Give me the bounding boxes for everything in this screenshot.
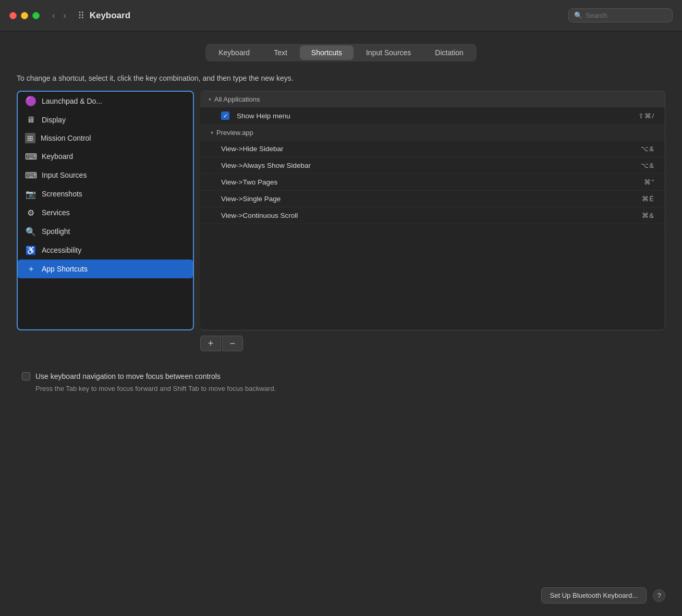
sidebar-item-display[interactable]: 🖥 Display xyxy=(18,110,193,129)
accessibility-icon: ♿ xyxy=(25,244,36,256)
close-button[interactable] xyxy=(9,12,17,19)
shortcut-row-hide-sidebar[interactable]: View->Hide Sidebar ⌥& xyxy=(200,141,665,157)
tabs-container: Keyboard Text Shortcuts Input Sources Di… xyxy=(205,44,477,61)
sidebar-item-screenshots[interactable]: 📷 Screenshots xyxy=(18,184,193,203)
remove-shortcut-button[interactable]: − xyxy=(222,336,243,351)
checkbox-show-help-menu[interactable]: ✓ xyxy=(221,112,229,120)
sidebar-label-services: Services xyxy=(42,208,70,217)
shortcut-keys-hide-sidebar: ⌥& xyxy=(641,145,654,153)
sidebar-label-display: Display xyxy=(42,116,66,124)
shortcut-row-two-pages[interactable]: View->Two Pages ⌘" xyxy=(200,174,665,191)
sidebar-item-services[interactable]: ⚙ Services xyxy=(18,203,193,222)
subgroup-label-preview: Preview.app xyxy=(216,129,253,137)
sidebar-item-mission-control[interactable]: ⊞ Mission Control xyxy=(18,129,193,147)
minimize-button[interactable] xyxy=(21,12,28,19)
sidebar-item-input-sources[interactable]: ⌨ Input Sources xyxy=(18,166,193,184)
shortcut-name-hide-sidebar: View->Hide Sidebar xyxy=(221,145,641,153)
bluetooth-keyboard-button[interactable]: Set Up Bluetooth Keyboard... xyxy=(541,587,647,603)
services-icon: ⚙ xyxy=(25,207,36,218)
search-icon: 🔍 xyxy=(574,11,582,19)
sidebar-label-mission-control: Mission Control xyxy=(41,134,91,142)
sidebar-label-screenshots: Screenshots xyxy=(42,190,82,198)
sidebar-label-keyboard: Keyboard xyxy=(42,152,73,161)
mission-control-icon: ⊞ xyxy=(25,133,35,143)
add-remove-bar: + − xyxy=(200,336,665,351)
shortcut-row-show-help-menu[interactable]: ✓ Show Help menu ⇧⌘/ xyxy=(200,107,665,125)
display-icon: 🖥 xyxy=(25,114,36,126)
launchpad-icon: 🟣 xyxy=(25,95,36,107)
sidebar-item-keyboard[interactable]: ⌨ Keyboard xyxy=(18,147,193,166)
app-title: Keyboard xyxy=(90,10,130,21)
sidebar-item-app-shortcuts[interactable]: ✦ App Shortcuts xyxy=(18,260,193,278)
nav-arrows: ‹ › xyxy=(49,10,69,21)
shortcut-name-continuous-scroll: View->Continuous Scroll xyxy=(221,212,642,219)
main-content: Keyboard Text Shortcuts Input Sources Di… xyxy=(0,31,682,403)
traffic-lights xyxy=(9,12,40,19)
titlebar: ‹ › ⠿ Keyboard 🔍 xyxy=(0,0,682,31)
group-label-all-applications: All Applications xyxy=(214,95,260,103)
sidebar-label-launchpad: Launchpad & Do... xyxy=(42,97,102,105)
app-grid-icon: ⠿ xyxy=(78,10,84,21)
bottom-section: Use keyboard navigation to move focus be… xyxy=(17,372,665,392)
sidebar-label-accessibility: Accessibility xyxy=(42,246,81,254)
tab-dictation[interactable]: Dictation xyxy=(423,45,474,60)
shortcut-keys-single-page: ⌘É xyxy=(642,195,654,203)
shortcut-keys-two-pages: ⌘" xyxy=(644,178,654,186)
tab-input-sources[interactable]: Input Sources xyxy=(355,45,422,60)
keyboard-nav-checkbox[interactable] xyxy=(22,372,30,380)
shortcut-row-always-show-sidebar[interactable]: View->Always Show Sidebar ⌥& xyxy=(200,157,665,174)
shortcut-name-single-page: View->Single Page xyxy=(221,195,642,203)
footer: Set Up Bluetooth Keyboard... ? xyxy=(541,587,665,603)
keyboard-icon: ⌨ xyxy=(25,151,36,162)
tab-keyboard[interactable]: Keyboard xyxy=(207,45,261,60)
sidebar-label-input-sources: Input Sources xyxy=(42,171,87,179)
shortcut-keys-always-show-sidebar: ⌥& xyxy=(641,162,654,169)
shortcut-name-show-help-menu: Show Help menu xyxy=(237,112,638,120)
add-shortcut-button[interactable]: + xyxy=(200,336,221,351)
tab-shortcuts[interactable]: Shortcuts xyxy=(300,45,354,60)
shortcut-name-always-show-sidebar: View->Always Show Sidebar xyxy=(221,162,641,169)
panels: 🟣 Launchpad & Do... 🖥 Display ⊞ Mission … xyxy=(17,91,665,330)
shortcut-name-two-pages: View->Two Pages xyxy=(221,178,644,186)
chevron-down-icon: ▾ xyxy=(209,96,211,102)
chevron-down-icon-preview: ▾ xyxy=(211,130,213,135)
keyboard-nav-row: Use keyboard navigation to move focus be… xyxy=(22,372,660,380)
keyboard-nav-hint: Press the Tab key to move focus forward … xyxy=(35,385,660,392)
sidebar-item-accessibility[interactable]: ♿ Accessibility xyxy=(18,241,193,260)
maximize-button[interactable] xyxy=(32,12,40,19)
shortcut-keys-show-help-menu: ⇧⌘/ xyxy=(638,112,654,120)
input-sources-icon: ⌨ xyxy=(25,169,36,181)
sidebar-item-spotlight[interactable]: 🔍 Spotlight xyxy=(18,222,193,241)
forward-button[interactable]: › xyxy=(60,10,69,21)
left-panel: 🟣 Launchpad & Do... 🖥 Display ⊞ Mission … xyxy=(17,91,194,330)
shortcut-row-continuous-scroll[interactable]: View->Continuous Scroll ⌘& xyxy=(200,207,665,224)
sidebar-item-launchpad[interactable]: 🟣 Launchpad & Do... xyxy=(18,92,193,110)
sidebar-label-app-shortcuts: App Shortcuts xyxy=(42,265,88,273)
tab-text[interactable]: Text xyxy=(262,45,299,60)
spotlight-icon: 🔍 xyxy=(25,226,36,237)
search-bar[interactable]: 🔍 xyxy=(568,8,673,22)
right-panel: ▾ All Applications ✓ Show Help menu ⇧⌘/ … xyxy=(200,91,665,330)
instruction-text: To change a shortcut, select it, click t… xyxy=(17,74,665,82)
sidebar-label-spotlight: Spotlight xyxy=(42,227,70,236)
help-button[interactable]: ? xyxy=(653,589,665,602)
shortcut-row-single-page[interactable]: View->Single Page ⌘É xyxy=(200,191,665,207)
search-input[interactable] xyxy=(586,11,667,19)
subgroup-header-preview[interactable]: ▾ Preview.app xyxy=(200,125,665,141)
app-shortcuts-icon: ✦ xyxy=(25,263,36,275)
back-button[interactable]: ‹ xyxy=(49,10,58,21)
keyboard-nav-label: Use keyboard navigation to move focus be… xyxy=(35,372,221,380)
screenshots-icon: 📷 xyxy=(25,188,36,200)
shortcut-keys-continuous-scroll: ⌘& xyxy=(642,212,654,219)
group-header-all-applications[interactable]: ▾ All Applications xyxy=(200,91,665,107)
